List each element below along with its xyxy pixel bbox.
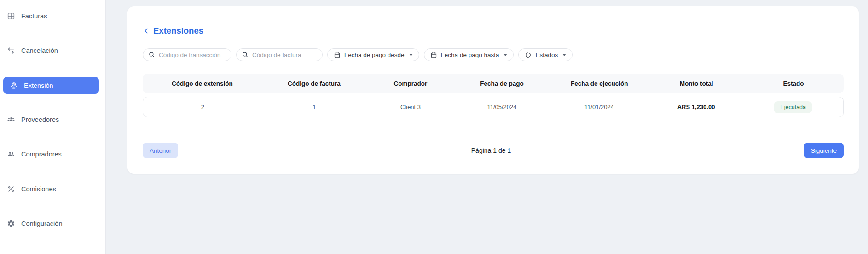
previous-page-button[interactable]: Anterior <box>143 143 178 158</box>
sidebar-item-label: Facturas <box>21 12 47 20</box>
chevron-down-icon <box>503 54 507 56</box>
sidebar-item-compradores[interactable]: Compradores <box>0 145 106 162</box>
column-header: Monto total <box>649 80 743 87</box>
column-header: Comprador <box>366 80 455 87</box>
sidebar-item-proveedores[interactable]: Proveedores <box>0 111 106 128</box>
chevron-down-icon <box>409 54 413 56</box>
status-badge: Ejecutada <box>774 101 812 113</box>
column-header: Código de extensión <box>143 80 262 87</box>
status-circle-icon <box>525 52 532 58</box>
search-transaction-wrap <box>143 48 231 61</box>
people-icon <box>7 150 15 158</box>
search-invoice-input[interactable] <box>236 48 323 61</box>
cell-buyer: Client 3 <box>366 104 455 110</box>
search-transaction-input[interactable] <box>143 48 231 61</box>
cell-invoice-code: 1 <box>262 104 367 110</box>
cell-payment-date: 11/05/2024 <box>455 104 549 110</box>
chevron-down-icon <box>562 54 566 56</box>
calendar-icon <box>430 52 437 58</box>
sidebar-item-extension[interactable]: $ Extensión <box>3 77 99 94</box>
gear-icon <box>7 219 15 228</box>
calendar-icon <box>334 52 341 58</box>
percent-icon <box>7 185 15 193</box>
sidebar-item-comisiones[interactable]: Comisiones <box>0 180 106 197</box>
cell-status: Ejecutada <box>743 101 843 113</box>
sidebar-item-label: Cancelación <box>21 47 58 54</box>
coin-dollar-icon: $ <box>10 81 18 90</box>
groups-icon <box>7 115 15 124</box>
filter-payment-date-to[interactable]: Fecha de pago hasta <box>424 48 514 61</box>
sidebar-item-label: Extensión <box>24 82 53 89</box>
cell-total-amount: ARS 1,230.00 <box>649 104 743 110</box>
next-page-button[interactable]: Siguiente <box>804 143 844 158</box>
column-header: Fecha de pago <box>455 80 550 87</box>
search-icon <box>148 51 155 58</box>
main-panel: Extensiones <box>127 6 859 174</box>
swap-arrows-icon <box>7 46 15 55</box>
cell-execution-date: 11/01/2024 <box>549 104 649 110</box>
filter-label: Estados <box>535 52 558 58</box>
pagination-bar: Anterior Página 1 de 1 Siguiente <box>143 143 844 158</box>
cell-extension-code: 2 <box>143 104 262 110</box>
page-status: Página 1 de 1 <box>471 147 511 154</box>
chevron-left-icon <box>143 27 150 35</box>
sidebar: Facturas Cancelación $ Extensión <box>0 0 106 254</box>
sidebar-item-cancelacion[interactable]: Cancelación <box>0 42 106 59</box>
grid-icon <box>7 12 15 20</box>
column-header: Código de factura <box>262 80 366 87</box>
column-header: Estado <box>743 80 844 87</box>
sidebar-item-label: Configuración <box>21 220 62 227</box>
filter-payment-date-from[interactable]: Fecha de pago desde <box>327 48 419 61</box>
column-header: Fecha de ejecución <box>549 80 649 87</box>
sidebar-item-label: Proveedores <box>21 116 59 123</box>
table-row[interactable]: 2 1 Client 3 11/05/2024 11/01/2024 ARS 1… <box>143 97 844 117</box>
sidebar-item-facturas[interactable]: Facturas <box>0 7 106 24</box>
filters-bar: Fecha de pago desde Fecha de pago hasta … <box>143 48 844 61</box>
filter-label: Fecha de pago hasta <box>441 52 499 58</box>
search-invoice-wrap <box>236 48 323 61</box>
sidebar-item-label: Comisiones <box>21 185 56 193</box>
sidebar-item-label: Compradores <box>21 150 62 158</box>
search-icon <box>242 51 249 58</box>
filter-estados[interactable]: Estados <box>518 48 573 61</box>
page-title[interactable]: Extensiones <box>143 26 844 36</box>
filter-label: Fecha de pago desde <box>344 52 405 58</box>
table-header: Código de extensión Código de factura Co… <box>143 74 844 93</box>
sidebar-item-configuracion[interactable]: Configuración <box>0 215 106 232</box>
page-title-label: Extensiones <box>153 26 203 36</box>
